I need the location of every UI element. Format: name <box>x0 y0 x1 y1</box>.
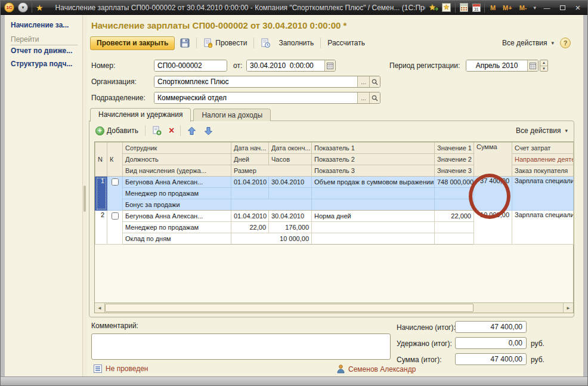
indicator2-cell[interactable] <box>312 222 435 233</box>
sidebar-item-movements-report[interactable]: Отчет по движе... <box>11 47 82 55</box>
date-end-cell[interactable]: 30.04.2010 <box>269 177 312 188</box>
row-checkbox[interactable] <box>112 178 119 186</box>
row-number-cell[interactable]: 1 <box>95 177 107 211</box>
indicator1-cell[interactable]: Норма дней <box>312 211 435 222</box>
date-end-cell[interactable]: 30.04.2010 <box>269 211 312 222</box>
sidebar-splitter[interactable] <box>82 15 86 376</box>
all-actions-button[interactable]: Все действия▾ <box>500 38 556 48</box>
scroll-left-button[interactable]: ◄ <box>95 303 105 313</box>
value3-cell[interactable] <box>435 233 474 245</box>
indicator3-cell[interactable] <box>312 199 435 211</box>
scroll-right-button[interactable]: ► <box>563 303 573 313</box>
fill-button[interactable]: Заполнить <box>276 38 316 48</box>
chevron-down-icon[interactable]: ▾ <box>532 5 537 11</box>
number-field[interactable] <box>154 60 227 71</box>
value1-cell[interactable]: 748 000,000 <box>435 177 474 188</box>
favorites-list-icon[interactable] <box>442 3 451 13</box>
save-button[interactable] <box>178 37 192 49</box>
spinner-up-button[interactable]: ▲ <box>540 60 547 66</box>
accrued-total-field[interactable]: 47 400,00 <box>455 321 527 333</box>
organization-search-button[interactable] <box>369 76 380 87</box>
tab-income-taxes[interactable]: Налоги на доходы <box>193 109 271 121</box>
add-favorite-icon[interactable] <box>429 3 438 13</box>
row-checkbox[interactable] <box>112 212 119 220</box>
date-start-cell[interactable]: 01.04.2010 <box>231 211 269 222</box>
maximize-button[interactable] <box>556 4 568 11</box>
calendar-icon[interactable]: 31 <box>472 4 481 12</box>
sidebar-item-subordination[interactable]: Структура подч... <box>11 60 82 68</box>
move-up-button[interactable] <box>185 125 199 137</box>
sum-cell[interactable]: 37 400,00 <box>474 177 512 211</box>
sidebar-section-label: Перейти <box>11 35 78 45</box>
department-select-button[interactable]: ... <box>357 92 369 103</box>
value3-cell[interactable] <box>435 199 474 211</box>
favorites-star-icon[interactable]: ★ <box>36 4 44 12</box>
department-search-button[interactable] <box>369 92 380 103</box>
accrual-type-cell[interactable]: Оклад по дням <box>123 233 231 245</box>
table-empty-area[interactable] <box>95 245 573 302</box>
organization-field[interactable] <box>154 76 357 87</box>
sum-total-field[interactable]: 47 400,00 <box>455 353 527 365</box>
value1-cell[interactable]: 22,000 <box>435 211 474 222</box>
scrollbar-track[interactable] <box>474 303 563 313</box>
indicator1-cell[interactable]: Объем продаж в суммовом выражении <box>312 177 435 188</box>
memory-m-plus-button[interactable]: M+ <box>501 4 514 11</box>
system-menu-icon[interactable]: ▾ <box>18 2 28 13</box>
value2-cell[interactable] <box>435 188 474 199</box>
period-field[interactable] <box>466 60 527 71</box>
size-cell[interactable]: 10 000,00 <box>231 233 312 245</box>
post-and-close-button[interactable]: Провести и закрыть <box>90 36 175 50</box>
help-button[interactable]: ? <box>560 38 571 48</box>
splitter-grip[interactable] <box>83 186 86 212</box>
copy-row-button[interactable] <box>150 125 164 137</box>
withheld-total-field[interactable]: 0,00 <box>455 337 527 349</box>
days-cell[interactable]: 22,00 <box>231 222 269 233</box>
set-time-button[interactable] <box>258 37 273 49</box>
cost-account-cell[interactable]: Зарплата специалист <box>512 211 574 245</box>
date-field[interactable] <box>247 60 324 71</box>
indicator2-cell[interactable] <box>312 188 435 199</box>
post-button[interactable]: Провести <box>201 37 249 49</box>
memory-m-button[interactable]: M <box>488 4 497 11</box>
size-cell[interactable] <box>231 199 312 211</box>
accrual-type-cell[interactable]: Бонус за продажи <box>123 199 231 211</box>
cost-account-cell[interactable]: Зарплата специалист <box>512 177 574 211</box>
close-button[interactable]: × <box>572 2 584 13</box>
add-row-button[interactable]: + Добавить <box>93 125 141 137</box>
tab-accruals-deductions[interactable]: Начисления и удержания <box>90 108 191 122</box>
date-picker-button[interactable] <box>324 60 335 71</box>
position-cell[interactable]: Менеджер по продажам <box>123 188 231 199</box>
1c-logo-icon[interactable]: 1С <box>4 2 14 13</box>
col-sum: Сумма <box>474 143 512 177</box>
days-cell[interactable] <box>231 188 269 199</box>
department-field[interactable] <box>154 92 357 103</box>
memory-m-minus-button[interactable]: M- <box>518 4 529 11</box>
indicator3-cell[interactable] <box>312 233 435 245</box>
comment-input[interactable] <box>91 333 391 360</box>
grid-all-actions-button[interactable]: Все действия▾ <box>513 125 570 136</box>
hours-cell[interactable]: 176,000 <box>269 222 312 233</box>
sum-cell[interactable]: 10 000,00 <box>474 211 512 245</box>
scrollbar-thumb[interactable] <box>105 304 474 312</box>
period-picker-button[interactable] <box>527 60 538 71</box>
hours-cell[interactable] <box>269 188 312 199</box>
calculate-button[interactable]: Рассчитать <box>325 38 367 48</box>
employee-cell[interactable]: Бегунова Анна Алексан... <box>123 211 231 222</box>
sidebar-item-accrual[interactable]: Начисление за... <box>11 21 82 29</box>
all-actions-label: Все действия <box>502 39 547 47</box>
maximize-icon <box>560 5 565 10</box>
row-number-cell[interactable]: 2 <box>95 211 107 245</box>
spinner-down-button[interactable]: ▼ <box>540 66 547 72</box>
date-label: от: <box>233 61 242 70</box>
minimize-button[interactable]: — <box>541 4 553 11</box>
calculator-icon[interactable] <box>459 3 469 13</box>
value2-cell[interactable] <box>435 222 474 233</box>
employee-cell[interactable]: Бегунова Анна Алексан... <box>123 177 231 188</box>
number-label: Номер: <box>91 61 115 70</box>
date-start-cell[interactable]: 01.04.2010 <box>231 177 269 188</box>
table-header: N К Сотрудник Дата нач... Дата оконч... … <box>95 143 574 177</box>
position-cell[interactable]: Менеджер по продажам <box>123 222 231 233</box>
organization-select-button[interactable]: ... <box>357 76 369 87</box>
move-down-button[interactable] <box>202 125 215 137</box>
delete-row-button[interactable]: × <box>167 126 176 135</box>
